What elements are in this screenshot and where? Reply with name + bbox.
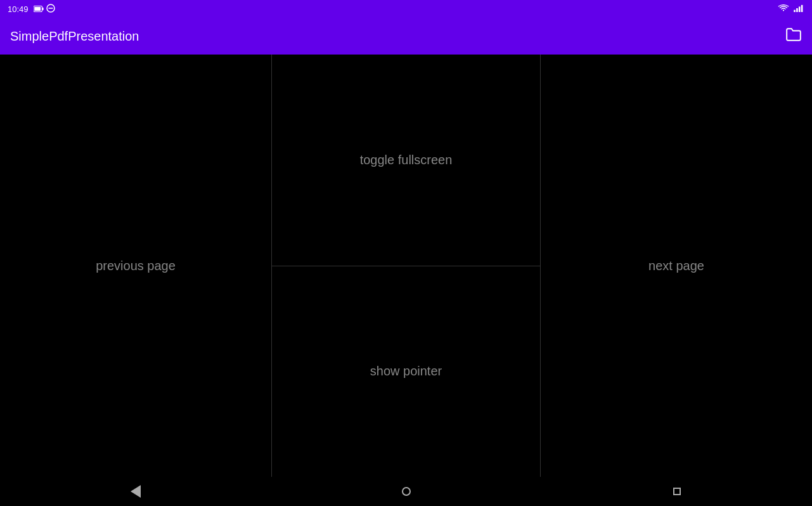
wifi-icon — [778, 4, 789, 14]
status-bar-left: 10:49 — [8, 4, 55, 15]
nav-bar — [0, 477, 812, 506]
next-page-button[interactable]: next page — [541, 55, 812, 477]
svg-rect-5 — [794, 10, 796, 11]
app-bar: SimplePdfPresentation — [0, 18, 812, 55]
show-pointer-button[interactable]: show pointer — [272, 266, 540, 477]
status-time: 10:49 — [8, 4, 29, 14]
main-content: previous page toggle fullscreen show poi… — [0, 55, 812, 477]
do-not-disturb-icon — [46, 4, 55, 15]
toggle-fullscreen-label: toggle fullscreen — [360, 153, 453, 167]
status-bar: 10:49 — [0, 0, 812, 18]
svg-rect-8 — [801, 4, 803, 11]
previous-page-label: previous page — [96, 259, 176, 273]
center-panel: toggle fullscreen show pointer — [271, 55, 541, 477]
previous-page-button[interactable]: previous page — [0, 55, 271, 477]
recents-icon — [673, 488, 681, 495]
recents-button[interactable] — [658, 479, 696, 504]
next-page-label: next page — [648, 259, 704, 273]
battery-icon — [34, 5, 44, 13]
status-icons — [34, 4, 55, 15]
toggle-fullscreen-button[interactable]: toggle fullscreen — [272, 55, 540, 266]
svg-rect-7 — [799, 6, 801, 12]
status-bar-right — [778, 4, 804, 14]
back-button[interactable] — [117, 479, 155, 504]
back-icon — [131, 485, 141, 498]
signal-icon — [793, 4, 804, 14]
svg-rect-6 — [796, 8, 798, 12]
home-icon — [402, 487, 411, 496]
svg-rect-1 — [42, 8, 43, 10]
home-button[interactable] — [387, 479, 425, 504]
app-title: SimplePdfPresentation — [10, 29, 139, 44]
show-pointer-label: show pointer — [370, 364, 442, 379]
svg-rect-2 — [34, 7, 41, 11]
folder-icon[interactable] — [785, 27, 802, 45]
